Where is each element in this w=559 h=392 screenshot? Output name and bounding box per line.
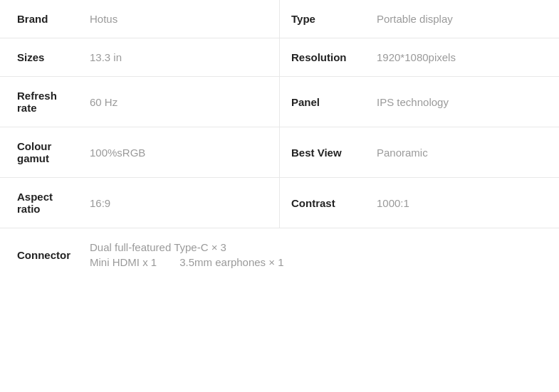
right-section-resolution: Resolution 1920*1080pixels bbox=[280, 38, 559, 76]
connector-line1: Dual full-featured Type-C × 3 bbox=[90, 241, 548, 253]
connector-text-line2-part2: 3.5mm earphones × 1 bbox=[179, 256, 283, 268]
left-section-colour: Colour gamut 100%sRGB bbox=[0, 127, 280, 177]
left-section-brand: Brand Hotus bbox=[0, 0, 280, 38]
label-sizes: Sizes bbox=[0, 38, 78, 76]
value-type: Portable display bbox=[365, 0, 559, 38]
value-refresh: 60 Hz bbox=[78, 77, 279, 127]
label-resolution: Resolution bbox=[280, 38, 365, 76]
specs-row-colour: Colour gamut 100%sRGB Best View Panorami… bbox=[0, 127, 559, 178]
specs-row-sizes: Sizes 13.3 in Resolution 1920*1080pixels bbox=[0, 38, 559, 77]
left-section-aspect: Aspect ratio 16:9 bbox=[0, 178, 280, 228]
label-aspect-line2: ratio bbox=[17, 203, 41, 215]
label-refresh-line1: Refresh bbox=[17, 90, 57, 102]
left-section-sizes: Sizes 13.3 in bbox=[0, 38, 280, 76]
specs-row-connector: Connector Dual full-featured Type-C × 3 … bbox=[0, 228, 559, 281]
label-aspect-line1: Aspect bbox=[17, 191, 53, 203]
value-connector: Dual full-featured Type-C × 3 Mini HDMI … bbox=[78, 228, 559, 281]
connector-text-line1: Dual full-featured Type-C × 3 bbox=[90, 241, 226, 253]
right-section-contrast: Contrast 1000:1 bbox=[280, 178, 559, 228]
label-bestview: Best View bbox=[280, 127, 365, 177]
label-connector: Connector bbox=[0, 228, 78, 281]
value-sizes: 13.3 in bbox=[78, 38, 279, 76]
label-type: Type bbox=[280, 0, 365, 38]
value-colour: 100%sRGB bbox=[78, 127, 279, 177]
value-resolution: 1920*1080pixels bbox=[365, 38, 559, 76]
value-bestview: Panoramic bbox=[365, 127, 559, 177]
label-panel: Panel bbox=[280, 77, 365, 127]
right-section-type: Type Portable display bbox=[280, 0, 559, 38]
label-colour: Colour gamut bbox=[0, 127, 78, 177]
label-colour-line2: gamut bbox=[17, 152, 49, 164]
left-section-refresh: Refresh rate 60 Hz bbox=[0, 77, 280, 127]
specs-row-aspect: Aspect ratio 16:9 Contrast 1000:1 bbox=[0, 178, 559, 228]
specs-table: Brand Hotus Type Portable display Sizes … bbox=[0, 0, 559, 281]
value-brand: Hotus bbox=[78, 0, 279, 38]
value-contrast: 1000:1 bbox=[365, 178, 559, 228]
right-section-panel: Panel IPS technology bbox=[280, 77, 559, 127]
label-brand: Brand bbox=[0, 0, 78, 38]
connector-text-line2-part1: Mini HDMI x 1 bbox=[90, 256, 157, 268]
connector-line2: Mini HDMI x 1 3.5mm earphones × 1 bbox=[90, 256, 548, 268]
label-aspect: Aspect ratio bbox=[0, 178, 78, 228]
label-contrast: Contrast bbox=[280, 178, 365, 228]
specs-row-brand: Brand Hotus Type Portable display bbox=[0, 0, 559, 38]
label-colour-line1: Colour bbox=[17, 140, 51, 152]
specs-row-refresh: Refresh rate 60 Hz Panel IPS technology bbox=[0, 77, 559, 127]
value-aspect: 16:9 bbox=[78, 178, 279, 228]
label-refresh: Refresh rate bbox=[0, 77, 78, 127]
right-section-bestview: Best View Panoramic bbox=[280, 127, 559, 177]
value-panel: IPS technology bbox=[365, 77, 559, 127]
label-refresh-line2: rate bbox=[17, 102, 37, 114]
